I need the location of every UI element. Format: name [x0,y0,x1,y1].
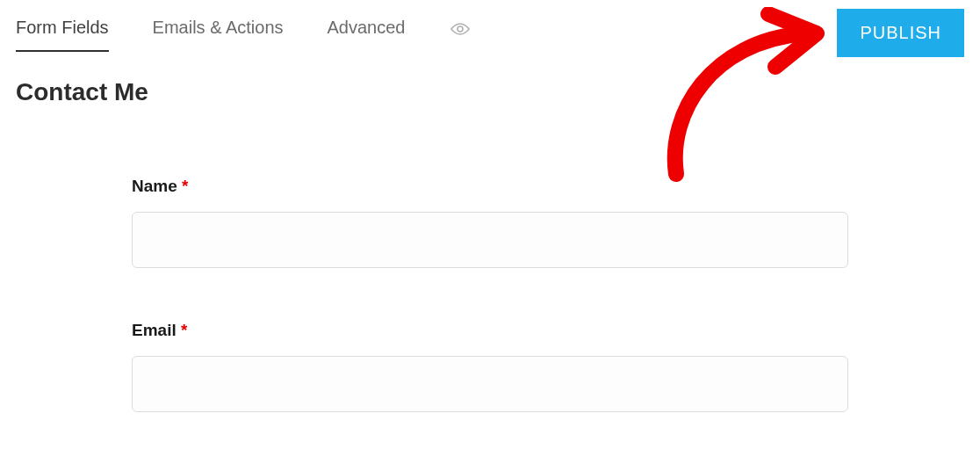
form-field-name: Name * [132,177,848,268]
email-label: Email * [132,321,848,340]
svg-point-0 [458,26,463,32]
tab-form-fields[interactable]: Form Fields [16,18,109,52]
tab-emails-actions[interactable]: Emails & Actions [153,18,284,52]
form-field-email: Email * [132,321,848,412]
name-input[interactable] [132,212,848,268]
page-title: Contact Me [16,78,980,106]
tab-advanced[interactable]: Advanced [328,18,406,52]
required-mark: * [181,321,187,339]
name-label-text: Name [132,177,177,195]
publish-button[interactable]: PUBLISH [837,9,964,57]
email-input[interactable] [132,356,848,412]
form-preview: Name * Email * [132,177,848,412]
preview-eye-icon[interactable] [450,20,471,50]
email-label-text: Email [132,321,177,339]
header-bar: Form Fields Emails & Actions Advanced PU… [0,0,980,52]
name-label: Name * [132,177,848,196]
required-mark: * [182,177,188,195]
tab-list: Form Fields Emails & Actions Advanced [16,18,471,52]
